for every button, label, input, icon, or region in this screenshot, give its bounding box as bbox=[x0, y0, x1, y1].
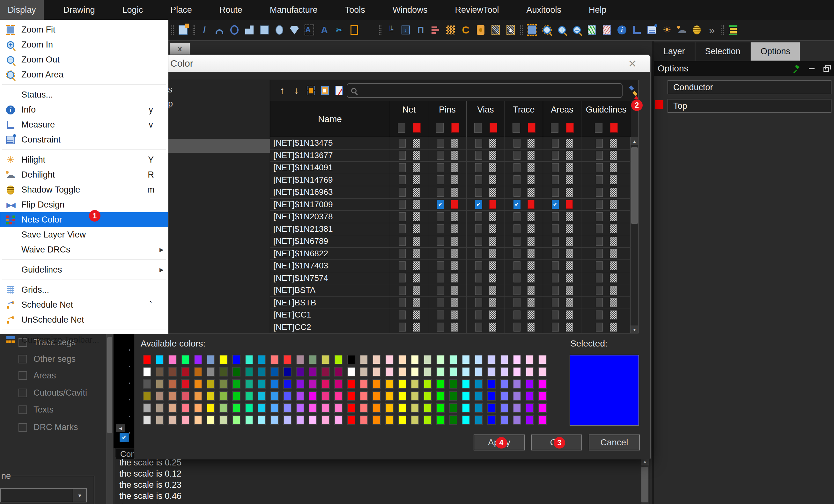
column-color-swatch[interactable] bbox=[489, 123, 497, 133]
palette-swatch-r6c27[interactable] bbox=[475, 415, 483, 425]
palette-swatch-r4c11[interactable] bbox=[270, 391, 279, 401]
net-checkbox[interactable] bbox=[596, 151, 603, 160]
palette-swatch-r2c3[interactable] bbox=[169, 367, 177, 376]
palette-swatch-r4c20[interactable] bbox=[385, 391, 394, 401]
palette-swatch-r1c5[interactable] bbox=[194, 355, 202, 364]
net-checkbox[interactable] bbox=[437, 212, 444, 221]
palette-swatch-r5c24[interactable] bbox=[436, 403, 445, 413]
net-color-swatch[interactable] bbox=[413, 274, 420, 282]
scroll-thumb[interactable] bbox=[641, 467, 649, 502]
menubar-item-auxitools[interactable]: Auxitools bbox=[519, 0, 569, 20]
palette-swatch-r6c7[interactable] bbox=[219, 415, 228, 425]
palette-swatch-r3c25[interactable] bbox=[449, 379, 457, 389]
net-color-swatch[interactable] bbox=[489, 163, 496, 172]
palette-swatch-r5c17[interactable] bbox=[347, 403, 355, 413]
net-checkbox[interactable] bbox=[596, 212, 603, 221]
tab-selection[interactable]: Selection bbox=[696, 42, 750, 61]
net-checkbox[interactable] bbox=[437, 323, 444, 331]
close-icon[interactable]: x bbox=[178, 44, 182, 53]
net-checkbox[interactable] bbox=[437, 237, 444, 246]
palette-swatch-r2c21[interactable] bbox=[398, 367, 406, 376]
net-color-swatch[interactable] bbox=[451, 286, 458, 295]
palette-swatch-r2c18[interactable] bbox=[360, 367, 368, 376]
palette-swatch-r5c10[interactable] bbox=[258, 403, 266, 413]
net-color-swatch[interactable] bbox=[451, 298, 458, 307]
net-checkbox[interactable] bbox=[513, 261, 521, 270]
palette-swatch-r4c9[interactable] bbox=[245, 391, 253, 401]
toolbar-zoom-area-icon[interactable] bbox=[541, 24, 553, 36]
palette-swatch-r1c28[interactable] bbox=[487, 355, 496, 364]
net-color-swatch[interactable] bbox=[610, 249, 617, 258]
palette-swatch-r1c16[interactable] bbox=[334, 355, 343, 364]
palette-swatch-r5c19[interactable] bbox=[373, 403, 381, 413]
palette-swatch-r2c9[interactable] bbox=[245, 367, 253, 376]
palette-swatch-r5c6[interactable] bbox=[207, 403, 215, 413]
palette-swatch-r4c26[interactable] bbox=[462, 391, 470, 401]
palette-swatch-r2c28[interactable] bbox=[487, 367, 496, 376]
net-color-swatch[interactable] bbox=[610, 139, 617, 147]
net-color-swatch[interactable] bbox=[489, 261, 496, 270]
palette-swatch-r5c26[interactable] bbox=[462, 403, 470, 413]
net-color-swatch[interactable] bbox=[566, 286, 573, 295]
menubar-item-reviewtool[interactable]: ReviewTool bbox=[447, 0, 506, 20]
palette-swatch-r2c23[interactable] bbox=[423, 367, 432, 376]
palette-swatch-r3c30[interactable] bbox=[513, 379, 521, 389]
net-checkbox[interactable] bbox=[475, 151, 482, 160]
net-color-swatch[interactable] bbox=[610, 261, 617, 270]
net-checkbox[interactable] bbox=[399, 175, 406, 184]
net-checkbox[interactable] bbox=[552, 274, 559, 282]
layer-color-swatch[interactable] bbox=[655, 100, 663, 109]
net-color-swatch[interactable] bbox=[413, 298, 420, 307]
palette-swatch-r6c19[interactable] bbox=[373, 415, 381, 425]
palette-swatch-r6c1[interactable] bbox=[143, 415, 151, 425]
net-color-swatch[interactable] bbox=[413, 286, 420, 295]
net-checkbox[interactable] bbox=[475, 311, 482, 319]
net-checkbox[interactable] bbox=[475, 261, 482, 270]
menu-item-shadow-toggle[interactable]: Shadow Togglem bbox=[0, 182, 168, 197]
palette-swatch-r3c26[interactable] bbox=[462, 379, 470, 389]
palette-swatch-r4c6[interactable] bbox=[207, 391, 215, 401]
palette-swatch-r3c27[interactable] bbox=[475, 379, 483, 389]
column-checkbox[interactable] bbox=[436, 123, 444, 133]
net-color-swatch[interactable] bbox=[489, 323, 496, 331]
menubar-item-route[interactable]: Route bbox=[212, 0, 250, 20]
palette-swatch-r3c18[interactable] bbox=[360, 379, 368, 389]
palette-swatch-r6c30[interactable] bbox=[513, 415, 521, 425]
menu-item-flip-design[interactable]: ▶◀Flip Design bbox=[0, 197, 168, 212]
scroll-thumb[interactable] bbox=[631, 147, 638, 224]
palette-swatch-r4c5[interactable] bbox=[194, 391, 202, 401]
move-up-icon[interactable]: ↑ bbox=[276, 84, 289, 97]
toolbar-scissors-icon[interactable]: ✂ bbox=[334, 24, 345, 36]
select-swatch-icon[interactable] bbox=[305, 84, 317, 97]
net-checkbox[interactable] bbox=[475, 323, 482, 331]
net-color-swatch[interactable] bbox=[413, 224, 420, 233]
palette-swatch-r5c30[interactable] bbox=[513, 403, 521, 413]
minimize-icon[interactable] bbox=[809, 68, 815, 69]
palette-swatch-r5c27[interactable] bbox=[475, 403, 483, 413]
palette-swatch-r5c21[interactable] bbox=[398, 403, 406, 413]
net-checkbox[interactable] bbox=[596, 298, 603, 307]
net-color-swatch[interactable] bbox=[566, 212, 573, 221]
palette-swatch-r4c1[interactable] bbox=[143, 391, 151, 401]
net-checkbox[interactable] bbox=[437, 311, 444, 319]
net-color-swatch[interactable] bbox=[610, 200, 617, 209]
net-color-swatch[interactable] bbox=[566, 163, 573, 172]
toolbar-net-list-icon[interactable] bbox=[430, 24, 441, 36]
net-color-swatch[interactable] bbox=[451, 323, 458, 331]
net-color-swatch[interactable] bbox=[413, 323, 420, 331]
palette-swatch-r4c25[interactable] bbox=[449, 391, 457, 401]
palette-swatch-r1c18[interactable] bbox=[360, 355, 368, 364]
menu-item-constraint[interactable]: Constraint bbox=[0, 132, 168, 147]
checkbox[interactable] bbox=[19, 371, 27, 380]
net-checkbox[interactable] bbox=[399, 163, 406, 172]
palette-swatch-r1c4[interactable] bbox=[181, 355, 190, 364]
menubar-item-tools[interactable]: Tools bbox=[337, 0, 373, 20]
net-color-swatch[interactable] bbox=[566, 261, 573, 270]
palette-swatch-r4c29[interactable] bbox=[500, 391, 508, 401]
palette-swatch-r5c20[interactable] bbox=[385, 403, 394, 413]
toolbar-clipboard-icon[interactable]: ↓ bbox=[400, 24, 412, 36]
toolbar-pattern-icon[interactable] bbox=[445, 24, 456, 36]
toolbar-pencil-icon[interactable] bbox=[364, 24, 375, 36]
palette-swatch-r1c3[interactable] bbox=[169, 355, 177, 364]
palette-swatch-r3c8[interactable] bbox=[232, 379, 240, 389]
